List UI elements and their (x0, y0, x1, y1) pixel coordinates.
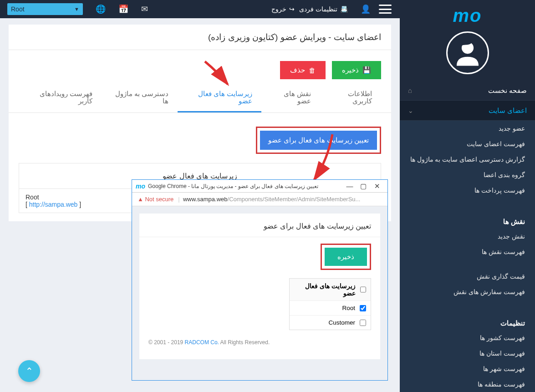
chevron-down-icon: ⌄ (408, 107, 413, 114)
root-label: Root (25, 193, 39, 201)
sidebar-home[interactable]: صفحه نخست ⌂ (400, 81, 535, 101)
popup-window-title: Google Chrome - تعیین زیرسایت های فعال ب… (148, 183, 318, 189)
globe-icon[interactable]: 🌐 (96, 4, 106, 14)
popup-inner-title: تعیین زیرسایت های فعال برای عضو (139, 214, 380, 237)
sidebar-sub-item[interactable]: قیمت گذاری نقش (400, 269, 535, 284)
popup-save-button[interactable]: ذخیره (325, 248, 367, 266)
sidebar-sub-item[interactable]: فهرست پرداخت ها (400, 183, 535, 198)
sidebar-members-group[interactable]: اعضای سایت ⌄ (400, 101, 535, 121)
sidebar-sub-item[interactable]: نقش جدید (400, 229, 535, 244)
table-header-label: زیرسایت های فعال عضو (294, 282, 356, 297)
sidebar-roles-head: نقش ها (400, 214, 535, 229)
url-path: /Components/SiteMember/Admin/SiteMemberS… (228, 196, 361, 203)
sidebar-sublist: عضو جدید فهرست اعضای سایت گزارش دسترسی ا… (400, 121, 535, 392)
sidebar-sub-item[interactable]: فهرست استان ها (400, 346, 535, 361)
personal-settings-link[interactable]: 📇 تنظیمات فردی (299, 5, 348, 13)
assign-subsites-button[interactable]: تعیین زیرسایت های فعال برای عضو (260, 131, 377, 150)
sidebar-sub-item[interactable]: فهرست منطقه ها (400, 377, 535, 392)
sidebar-settings-head: تنظیمات (400, 315, 535, 330)
table-row: Root (290, 301, 371, 316)
logo: mo (400, 0, 535, 26)
save-icon: 💾 (362, 66, 371, 74)
caret-down-icon: ▼ (74, 6, 79, 12)
calendar-icon[interactable]: 📅 (118, 4, 128, 14)
footer-years: © 2001 - 2019 (148, 339, 185, 346)
minimize-button[interactable]: — (343, 182, 357, 190)
delete-button-label: حذف (290, 66, 305, 74)
logo-text: mo (453, 5, 482, 25)
sidebar-members-label: اعضای سایت (489, 107, 527, 115)
personal-settings-label: تنظیمات فردی (299, 5, 337, 13)
table-row: Customer (290, 316, 371, 330)
root-dropdown[interactable]: Root ▼ (7, 3, 83, 15)
row-label: Root (342, 305, 355, 311)
sidebar-sub-item[interactable]: گزارش دسترسی اعضای سایت به ماژول ها (400, 152, 535, 167)
row-checkbox[interactable] (360, 305, 366, 311)
hamburger-menu[interactable] (379, 5, 392, 14)
action-row: 💾 ذخیره 🗑 حذف (9, 50, 391, 85)
logout-link[interactable]: ↪ خروج (271, 5, 295, 13)
tab-modules[interactable]: دسترسی به ماژول ها (102, 85, 177, 112)
trash-icon: 🗑 (309, 66, 316, 74)
root-url-link[interactable]: http://sampa.web (29, 201, 78, 208)
tab-subsites[interactable]: زیرسایت های فعال عضو (178, 85, 261, 112)
highlight-box: تعیین زیرسایت های فعال برای عضو (256, 127, 381, 154)
assign-row: تعیین زیرسایت های فعال برای عضو (9, 113, 391, 158)
user-icon[interactable]: 👤 (361, 4, 371, 14)
sidebar-sub-item[interactable]: فهرست شهر ها (400, 361, 535, 377)
tab-roles[interactable]: نقش های عضو (261, 85, 320, 112)
root-dropdown-label: Root (11, 5, 25, 13)
popup-titlebar: mo Google Chrome - تعیین زیرسایت های فعا… (132, 180, 387, 193)
chevron-up-icon: ⌃ (25, 366, 33, 377)
settings-icon: 📇 (340, 5, 348, 13)
popup-window: mo Google Chrome - تعیین زیرسایت های فعا… (132, 179, 388, 381)
popup-body: تعیین زیرسایت های فعال برای عضو ذخیره زی… (132, 206, 387, 380)
popup-card: تعیین زیرسایت های فعال برای عضو ذخیره زی… (139, 214, 380, 359)
home-icon: ⌂ (408, 87, 412, 94)
sidebar: mo صفحه نخست ⌂ اعضای سایت ⌄ عضو جدید فهر… (400, 0, 535, 392)
topbar: Root ▼ 🌐 📅 ✉ 👤 📇 تنظیمات فردی ↪ خروج (0, 0, 400, 18)
sidebar-sub-item[interactable]: فهرست اعضای سایت (400, 136, 535, 152)
sidebar-home-label: صفحه نخست (488, 87, 527, 95)
table-header-row: زیرسایت های فعال عضو (290, 279, 371, 301)
tab-user-info[interactable]: اطلاعات کاربری (320, 85, 381, 112)
sidebar-sub-item[interactable]: فهرست سفارش های نقش (400, 284, 535, 300)
delete-button[interactable]: 🗑 حذف (280, 61, 326, 79)
sidebar-sub-item[interactable]: فهرست کشور ها (400, 330, 535, 346)
footer-rest: All Rights Reserved. (219, 339, 270, 346)
tabs: اطلاعات کاربری نقش های عضو زیرسایت های ف… (9, 85, 391, 113)
url-host: www.sampa.web (183, 196, 228, 203)
sidebar-sub-item[interactable]: گروه بندی اعضا (400, 167, 535, 183)
logout-icon: ↪ (289, 5, 295, 13)
subsites-table: زیرسایت های فعال عضو Root Customer (289, 278, 371, 330)
tab-events[interactable]: فهرست رویدادهای کاربر (19, 85, 102, 112)
scroll-top-button[interactable]: ⌃ (18, 360, 40, 382)
logout-label: خروج (271, 5, 286, 13)
page-title: اعضای سایت - ویرایش عضو (کتایون وزیری زا… (9, 25, 391, 50)
save-button[interactable]: 💾 ذخیره (332, 61, 381, 79)
row-checkbox[interactable] (360, 320, 366, 326)
mail-icon[interactable]: ✉ (141, 4, 148, 14)
popup-footer: © 2001 - 2019 RADCOM Co. All Rights Rese… (139, 330, 380, 346)
not-secure-warning: ▲ Not secure (138, 196, 173, 203)
highlight-box: ذخیره (321, 244, 371, 270)
sidebar-sub-item[interactable]: فهرست نقش ها (400, 244, 535, 260)
popup-urlbar: ▲ Not secure | www.sampa.web/Components/… (132, 193, 387, 206)
close-button[interactable]: ✕ (370, 182, 384, 190)
avatar-icon (452, 37, 484, 69)
select-all-checkbox[interactable] (360, 286, 366, 293)
save-button-label: ذخیره (342, 66, 359, 74)
not-secure-label: Not secure (145, 196, 173, 203)
footer-company: RADCOM Co. (185, 339, 219, 346)
maximize-button[interactable]: ▢ (357, 182, 370, 190)
row-label: Customer (328, 319, 355, 326)
avatar (400, 26, 535, 81)
sidebar-sub-item[interactable]: عضو جدید (400, 121, 535, 136)
avatar-circle (446, 31, 489, 74)
popup-save-row: ذخیره (139, 237, 380, 274)
popup-logo-icon: mo (136, 183, 145, 190)
